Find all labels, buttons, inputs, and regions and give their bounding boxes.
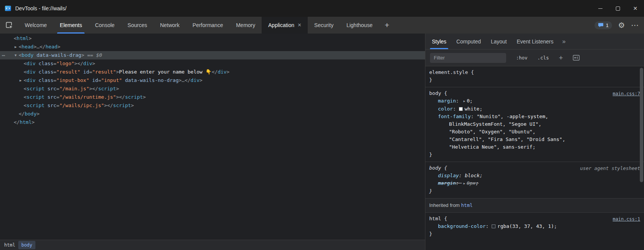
code-token: script [98, 86, 116, 91]
rule-selector[interactable]: body [429, 90, 441, 96]
tab-application[interactable]: Application× [262, 17, 308, 34]
code-token: </ [185, 77, 191, 83]
issues-button[interactable]: 1 [594, 21, 612, 29]
tab-label: Performance [193, 22, 223, 28]
tab-lighthouse[interactable]: Lighthouse [340, 17, 379, 34]
tab-network[interactable]: Network [153, 17, 186, 34]
inspect-element-button[interactable] [0, 17, 18, 34]
code-token: </ [19, 111, 25, 117]
dom-tree-row[interactable]: ▶<div class="input-box" id="input" data-… [0, 76, 425, 85]
styles-sections: element.style {}main.css:7body {margin: … [425, 66, 644, 241]
dom-tree-row[interactable]: <script src="/wails/ipc.js"></script> [0, 101, 425, 110]
stylesheet-link[interactable]: main.css:1 [613, 215, 640, 223]
code-token: </ [77, 61, 83, 66]
inherited-node-link[interactable]: html [461, 202, 473, 208]
tab-elements[interactable]: Elements [53, 17, 88, 34]
color-swatch[interactable] [459, 107, 463, 111]
scrollbar-thumb[interactable] [640, 68, 643, 182]
tab-label: Welcome [25, 22, 47, 28]
breadcrumb-body[interactable]: body [18, 241, 35, 249]
styles-tab-styles[interactable]: Styles [427, 34, 451, 49]
dom-tree-row[interactable]: ⋯▼<body data-wails-drag> == $0 [0, 51, 425, 59]
row-menu-dots-icon[interactable]: ⋯ [2, 51, 5, 59]
tab-sources[interactable]: Sources [121, 17, 153, 34]
dom-tree-row[interactable]: </html> [0, 118, 425, 127]
styles-tab-event-listeners[interactable]: Event Listeners [512, 34, 559, 49]
css-property[interactable]: display: block; [429, 172, 640, 179]
tab-performance[interactable]: Performance [186, 17, 230, 34]
new-style-rule-button[interactable]: + [559, 54, 563, 61]
dom-tree-row[interactable]: <html> [0, 34, 425, 43]
tab-label: Sources [128, 22, 147, 28]
devtools-app-icon [5, 5, 11, 12]
code-token: > [200, 77, 203, 83]
close-button[interactable]: ✕ [626, 0, 644, 17]
collapse-arrow-icon[interactable]: ▼ [13, 51, 18, 59]
toggle-sidebar-button[interactable] [573, 55, 580, 61]
code-token: "result" [92, 69, 116, 75]
breadcrumb-html[interactable]: html [1, 241, 18, 249]
filter-input[interactable] [430, 53, 506, 63]
tab-console[interactable]: Console [88, 17, 121, 34]
dom-tree-row[interactable]: <script src="/main.js"></script> [0, 85, 425, 93]
code-token: > [227, 69, 230, 75]
rule-selector[interactable]: element.style [429, 69, 468, 75]
code-token: class [35, 61, 53, 66]
styles-tab-label: Layout [491, 38, 507, 45]
maximize-button[interactable] [609, 0, 626, 17]
expand-arrow-icon[interactable]: ▶ [13, 43, 18, 51]
expand-arrow-icon[interactable]: ▶ [18, 76, 23, 85]
css-property[interactable]: font-family: "Nunito", -apple-system,Bli… [429, 113, 640, 151]
styles-tabs: StylesComputedLayoutEvent Listeners [427, 34, 558, 49]
inherited-from-label: Inherited from [429, 202, 461, 208]
toggle-classes-button[interactable]: .cls [537, 55, 549, 61]
code-token: head [45, 44, 57, 50]
dom-tree-row[interactable]: ▶<head>…</head> [0, 43, 425, 51]
more-sidebar-tabs-button[interactable]: » [558, 34, 569, 49]
tab-security[interactable]: Security [308, 17, 340, 34]
expand-shorthand-icon[interactable]: ▶ [463, 98, 465, 105]
toggle-hover-state-button[interactable]: :hov [516, 55, 527, 61]
code-token: < [24, 86, 27, 91]
styles-tab-layout[interactable]: Layout [486, 34, 512, 49]
rule-selector[interactable]: body [429, 165, 441, 171]
minimize-button[interactable] [591, 0, 609, 17]
color-swatch[interactable] [492, 224, 495, 228]
devtools-main: <html>▶<head>…</head>⋯▼<body data-wails-… [0, 34, 644, 250]
panel-tabs: WelcomeElementsConsoleSourcesNetworkPerf… [18, 17, 379, 34]
code-token: > [34, 44, 37, 50]
styles-panel: StylesComputedLayoutEvent Listeners » :h… [425, 34, 644, 250]
css-property[interactable]: color: white; [429, 105, 640, 113]
code-token: </ [119, 94, 125, 100]
code-token: > [131, 103, 134, 108]
rule-header: body { [429, 90, 640, 97]
css-property[interactable]: margin: ▶8px; [429, 179, 640, 188]
property-name: background-color [438, 223, 486, 229]
stylesheet-origin-label: user agent stylesheet [580, 165, 640, 172]
colon: : [453, 106, 459, 112]
code-token: class [35, 69, 53, 75]
css-property[interactable]: background-color: rgba(33, 37, 43, 1); [429, 223, 640, 230]
dom-tree-row[interactable]: </body> [0, 110, 425, 118]
expand-shorthand-icon[interactable]: ▶ [463, 180, 465, 188]
css-property[interactable]: margin: ▶0; [429, 97, 640, 105]
code-token: id [80, 69, 89, 75]
styles-tab-label: Event Listeners [517, 38, 554, 45]
tab-memory[interactable]: Memory [230, 17, 262, 34]
rule-selector[interactable]: html [429, 216, 441, 221]
code-token: = [56, 86, 59, 91]
stylesheet-link[interactable]: main.css:7 [613, 90, 640, 98]
tab-welcome[interactable]: Welcome [18, 17, 53, 34]
close-tab-icon[interactable]: × [298, 22, 301, 28]
dom-tree-row[interactable]: <div class="result" id="result">Please e… [0, 68, 425, 76]
semicolon: ; [554, 223, 557, 229]
styles-tab-computed[interactable]: Computed [451, 34, 486, 49]
code-token: div [83, 61, 92, 66]
code-token: 👇 [205, 69, 211, 75]
settings-button[interactable]: ⚙ [618, 21, 625, 30]
more-tools-button[interactable]: + [379, 17, 395, 34]
dom-tree-row[interactable]: <script src="/wails/runtime.js"></script… [0, 93, 425, 101]
dom-tree-row[interactable]: <div class="logo"></div> [0, 59, 425, 68]
more-menu-button[interactable]: ⋯ [631, 21, 639, 30]
code-token: … [182, 77, 185, 83]
